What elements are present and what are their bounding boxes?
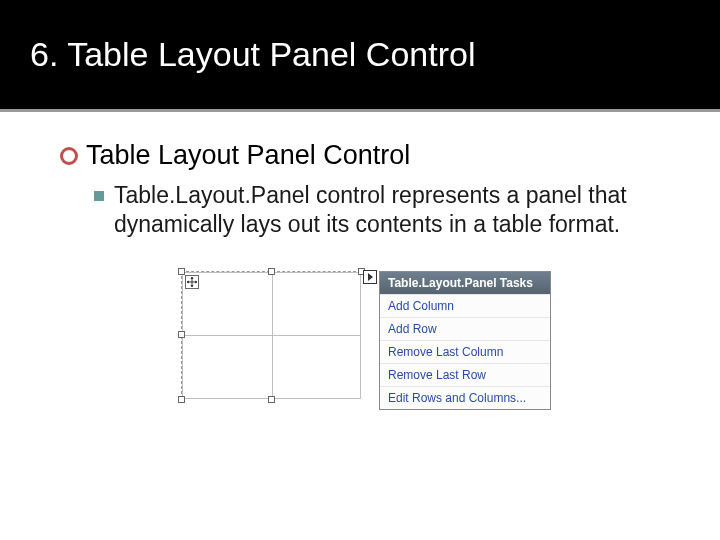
designer: Table.Layout.Panel Tasks Add Column Add … — [181, 271, 551, 410]
resize-handle[interactable] — [178, 331, 185, 338]
resize-handle[interactable] — [178, 396, 185, 403]
smart-tag-icon[interactable] — [363, 270, 377, 284]
tasks-panel: Table.Layout.Panel Tasks Add Column Add … — [379, 271, 551, 410]
square-bullet-icon — [94, 191, 104, 201]
designer-screenshot: Table.Layout.Panel Tasks Add Column Add … — [60, 271, 672, 410]
bullet2-text: Table.Layout.Panel control represents a … — [114, 181, 672, 239]
task-add-row[interactable]: Add Row — [380, 317, 550, 340]
resize-handle[interactable] — [268, 268, 275, 275]
resize-handle[interactable] — [178, 268, 185, 275]
resize-handle[interactable] — [268, 396, 275, 403]
tasks-header: Table.Layout.Panel Tasks — [380, 272, 550, 294]
task-add-column[interactable]: Add Column — [380, 294, 550, 317]
content-area: Table Layout Panel Control Table.Layout.… — [0, 112, 720, 410]
move-handle-icon[interactable] — [185, 275, 199, 289]
bullet1-text: Table Layout Panel Control — [86, 140, 410, 171]
bullet-level1: Table Layout Panel Control — [60, 140, 672, 171]
circle-bullet-icon — [60, 147, 78, 165]
task-edit-rows-columns[interactable]: Edit Rows and Columns... — [380, 386, 550, 409]
slide-title: 6. Table Layout Panel Control — [30, 35, 475, 74]
bullet-level2: Table.Layout.Panel control represents a … — [94, 181, 672, 239]
task-remove-last-column[interactable]: Remove Last Column — [380, 340, 550, 363]
title-band: 6. Table Layout Panel Control — [0, 0, 720, 112]
table-layout-panel[interactable] — [181, 271, 361, 399]
task-remove-last-row[interactable]: Remove Last Row — [380, 363, 550, 386]
